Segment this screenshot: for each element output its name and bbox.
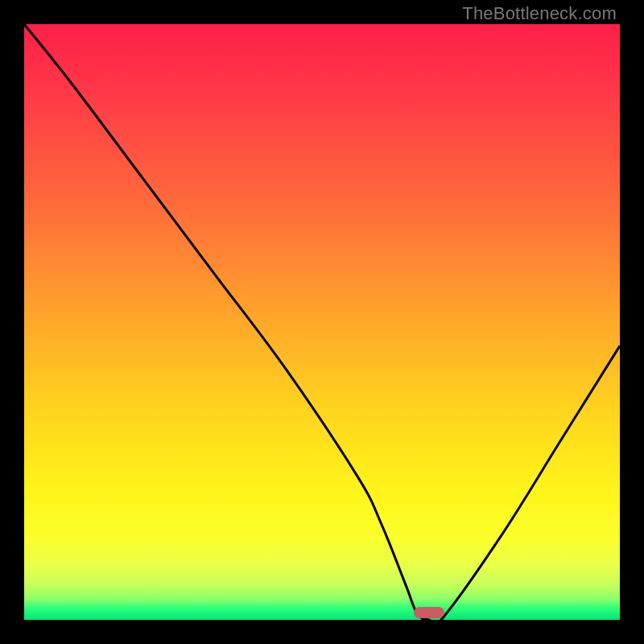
chart-frame: TheBottleneck.com [0, 0, 644, 644]
plot-area [24, 24, 620, 620]
watermark-text: TheBottleneck.com [462, 3, 617, 24]
optimum-marker [414, 607, 444, 618]
